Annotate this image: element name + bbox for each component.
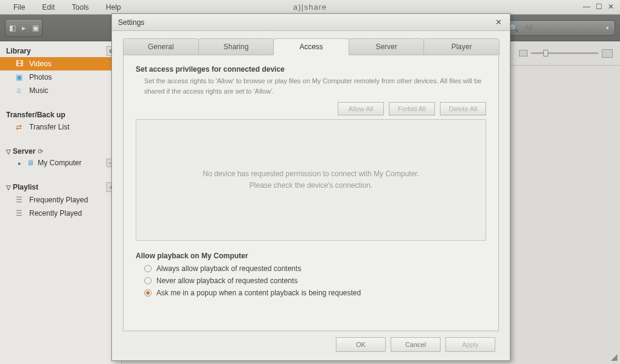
expand-icon[interactable]: ▸ [18, 160, 21, 167]
radio-label: Ask me in a popup when a content playbac… [156, 289, 361, 297]
transfer-title: Transfer/Back up [6, 111, 65, 119]
chevron-down-icon[interactable]: ▽ [6, 184, 11, 191]
sidebar-item-label: My Computer [38, 159, 82, 167]
tab-access[interactable]: Access [273, 38, 349, 55]
zoom-slider[interactable] [531, 52, 598, 54]
menu-tools[interactable]: Tools [63, 1, 97, 13]
apply-button[interactable]: Apply [445, 337, 495, 352]
sidebar-item-label: Videos [29, 60, 51, 68]
access-section-title: Set access privileges for connected devi… [136, 65, 486, 74]
sidebar-item-videos[interactable]: 🎞 Videos [0, 57, 121, 70]
tab-server[interactable]: Server [349, 38, 425, 55]
sidebar-item-transfer-list[interactable]: ⇄ Transfer List [0, 120, 121, 134]
zoom-control[interactable] [519, 49, 613, 58]
music-icon: ♫ [16, 86, 26, 95]
sidebar-item-label: Transfer List [29, 123, 69, 131]
sidebar-item-label: Music [29, 86, 48, 95]
transfer-header: Transfer/Back up [0, 108, 121, 120]
sidebar-item-frequently-played[interactable]: ☰ Frequently Played [0, 193, 121, 207]
close-dialog-button[interactable]: ✕ [493, 17, 504, 28]
library-title: Library [6, 47, 31, 55]
play-icon: ▸ [19, 24, 28, 32]
sidebar-item-music[interactable]: ♫ Music [0, 84, 121, 97]
settings-tabs: General Sharing Access Server Player [123, 38, 499, 55]
delete-all-button[interactable]: Delete All [440, 102, 486, 115]
device-list-empty: No device has requested permission to co… [136, 119, 486, 241]
playlist-header: ▽Playlist + [0, 180, 121, 193]
radio-icon [144, 277, 152, 284]
search-input[interactable] [521, 24, 600, 32]
sidebar-item-label: Photos [29, 73, 52, 81]
radio-label: Never allow playback of requested conten… [156, 276, 298, 285]
playback-section-title: Allow playback on My Computer [136, 252, 486, 260]
library-header: Library ✻ [0, 44, 121, 57]
radio-never-allow[interactable]: Never allow playback of requested conten… [144, 275, 486, 287]
sidebar-item-photos[interactable]: ▣ Photos [0, 70, 121, 84]
empty-message-2: Please check the device's connection. [203, 180, 419, 191]
access-section-desc: Set the access rights to 'Allow' to brow… [136, 76, 486, 96]
close-window-button[interactable]: ✕ [605, 2, 616, 12]
search-box[interactable]: 🔍 ▾ [506, 20, 615, 36]
empty-message-1: No device has requested permission to co… [203, 168, 419, 180]
ok-button[interactable]: OK [336, 337, 386, 352]
toolbar-view-mode[interactable]: ◧ ▸ ▣ [5, 19, 43, 37]
playlist-icon: ☰ [16, 196, 26, 204]
menubar: a)|share File Edit Tools Help — ☐ ✕ [0, 0, 620, 15]
sidebar-item-label: Frequently Played [29, 196, 88, 204]
server-title: Server [13, 147, 35, 156]
settings-dialog: Settings ✕ General Sharing Access Server… [111, 13, 510, 361]
forbid-all-button[interactable]: Forbid All [389, 102, 435, 115]
camera-icon: ▣ [31, 24, 40, 32]
dialog-titlebar[interactable]: Settings ✕ [112, 14, 510, 31]
device-icon: ◧ [8, 24, 16, 32]
maximize-button[interactable]: ☐ [593, 2, 604, 12]
tab-sharing[interactable]: Sharing [198, 38, 274, 55]
server-header: ▽Server⟳ [0, 145, 121, 157]
radio-ask-popup[interactable]: Ask me in a popup when a content playbac… [144, 287, 486, 299]
menu-file[interactable]: File [5, 1, 33, 13]
allow-all-button[interactable]: Allow All [338, 102, 384, 115]
computer-icon: 🖥 [27, 159, 34, 167]
radio-icon [144, 265, 152, 272]
sidebar-item-label: Recently Played [29, 209, 82, 218]
radio-icon [144, 289, 152, 297]
radio-label: Always allow playback of requested conte… [156, 264, 301, 273]
dialog-title-text: Settings [118, 18, 144, 27]
menu-help[interactable]: Help [97, 1, 130, 13]
radio-always-allow[interactable]: Always allow playback of requested conte… [144, 263, 486, 275]
zoom-large-icon[interactable] [602, 49, 613, 58]
zoom-small-icon[interactable] [519, 50, 528, 57]
minimize-button[interactable]: — [581, 2, 592, 12]
transfer-icon: ⇄ [16, 123, 26, 131]
resize-grip[interactable]: ◢ [611, 352, 618, 362]
sidebar: Library ✻ 🎞 Videos ▣ Photos ♫ Music Tran… [0, 41, 122, 364]
tab-panel-access: Set access privileges for connected devi… [123, 55, 499, 331]
playlist-icon: ☰ [16, 209, 26, 218]
tab-general[interactable]: General [123, 38, 199, 55]
playlist-title: Playlist [13, 183, 38, 191]
sidebar-item-recently-played[interactable]: ☰ Recently Played [0, 207, 121, 220]
search-dropdown-icon[interactable]: ▾ [600, 25, 615, 31]
refresh-icon[interactable]: ⟳ [38, 148, 43, 155]
sidebar-item-my-computer[interactable]: ▸ 🖥 My Computer ▭ [0, 157, 121, 169]
cancel-button[interactable]: Cancel [391, 337, 441, 352]
chevron-down-icon[interactable]: ▽ [6, 148, 11, 155]
tab-player[interactable]: Player [423, 38, 500, 55]
photo-icon: ▣ [16, 73, 26, 81]
video-icon: 🎞 [16, 60, 26, 68]
menu-edit[interactable]: Edit [33, 1, 63, 13]
